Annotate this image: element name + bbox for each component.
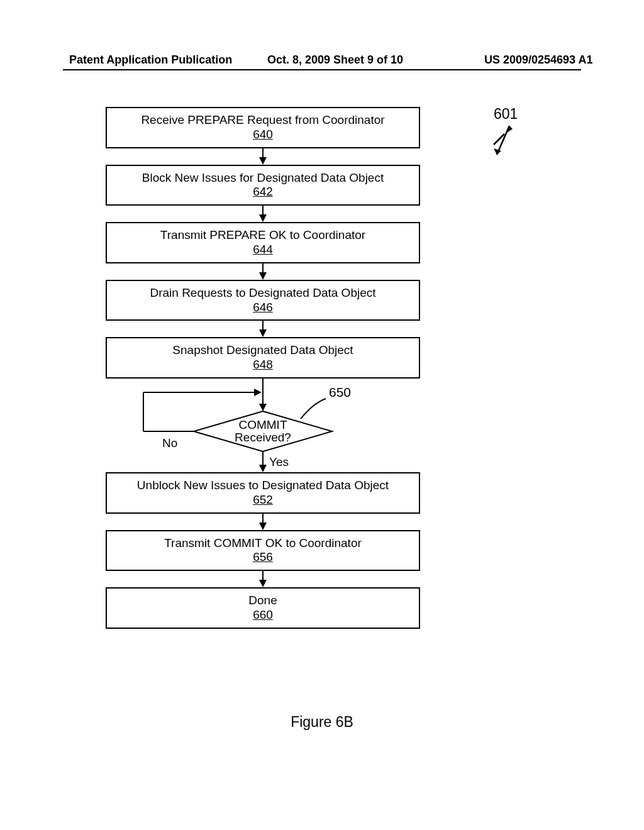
step-646-box: Drain Requests to Designated Data Object…	[106, 280, 420, 321]
header-publication: Patent Application Publication	[69, 53, 232, 67]
figure-label: Figure 6B	[0, 714, 644, 731]
decision-line2: Received?	[235, 431, 291, 444]
svg-marker-9	[259, 272, 267, 280]
arrow-down-icon	[106, 571, 420, 587]
step-642-text: Block New Issues for Designated Data Obj…	[142, 171, 384, 184]
step-656-num: 656	[253, 550, 273, 563]
step-648-box: Snapshot Designated Data Object 648	[106, 337, 420, 379]
arrow-down-icon	[106, 321, 420, 337]
step-660-text: Done	[248, 594, 277, 607]
decision-650-num: 650	[329, 385, 351, 400]
svg-marker-2	[494, 148, 501, 155]
arrow-down-icon	[106, 148, 420, 165]
step-644-text: Transmit PREPARE OK to Coordinator	[160, 228, 365, 241]
reference-arrow-icon	[492, 124, 517, 165]
flowchart-diagram: Receive PREPARE Request from Coordinator…	[106, 107, 420, 629]
step-656-box: Transmit COMMIT OK to Coordinator 656	[106, 530, 420, 572]
step-644-num: 644	[253, 243, 273, 256]
step-642-box: Block New Issues for Designated Data Obj…	[106, 165, 420, 206]
decision-yes-label: Yes	[269, 455, 289, 469]
decision-no-label: No	[162, 436, 177, 450]
step-646-num: 646	[253, 301, 273, 314]
arrow-tail-icon	[106, 379, 420, 387]
step-642-num: 642	[253, 185, 273, 198]
step-640-box: Receive PREPARE Request from Coordinator…	[106, 107, 420, 148]
decision-line1: COMMIT	[238, 418, 287, 431]
step-656-text: Transmit COMMIT OK to Coordinator	[164, 536, 362, 550]
arrow-down-icon	[106, 206, 420, 222]
step-648-num: 648	[253, 358, 273, 371]
step-646-text: Drain Requests to Designated Data Object	[150, 286, 375, 299]
svg-marker-16	[254, 389, 262, 396]
step-652-text: Unblock New Issues to Designated Data Ob…	[137, 479, 389, 492]
svg-marker-18	[259, 404, 267, 411]
step-652-num: 652	[253, 493, 273, 506]
arrow-down-icon	[106, 263, 420, 280]
decision-650: COMMIT Received? No Yes 650	[106, 387, 420, 469]
step-660-box: Done 660	[106, 587, 420, 629]
step-640-text: Receive PREPARE Request from Coordinator	[141, 113, 384, 126]
step-660-num: 660	[253, 608, 273, 621]
svg-marker-7	[259, 214, 267, 222]
svg-marker-5	[259, 157, 267, 165]
svg-marker-23	[259, 523, 267, 530]
arrow-down-icon	[106, 514, 420, 530]
reference-label-601: 601	[494, 106, 518, 123]
step-644-box: Transmit PREPARE OK to Coordinator 644	[106, 222, 420, 263]
svg-marker-25	[259, 580, 267, 587]
svg-marker-21	[259, 465, 267, 472]
step-640-num: 640	[253, 128, 273, 141]
step-652-box: Unblock New Issues to Designated Data Ob…	[106, 472, 420, 514]
header-patent-number: US 2009/0254693 A1	[484, 53, 592, 67]
header-rule	[63, 69, 581, 70]
header-date-sheet: Oct. 8, 2009 Sheet 9 of 10	[267, 53, 403, 67]
step-648-text: Snapshot Designated Data Object	[172, 343, 353, 357]
svg-marker-11	[259, 329, 267, 337]
